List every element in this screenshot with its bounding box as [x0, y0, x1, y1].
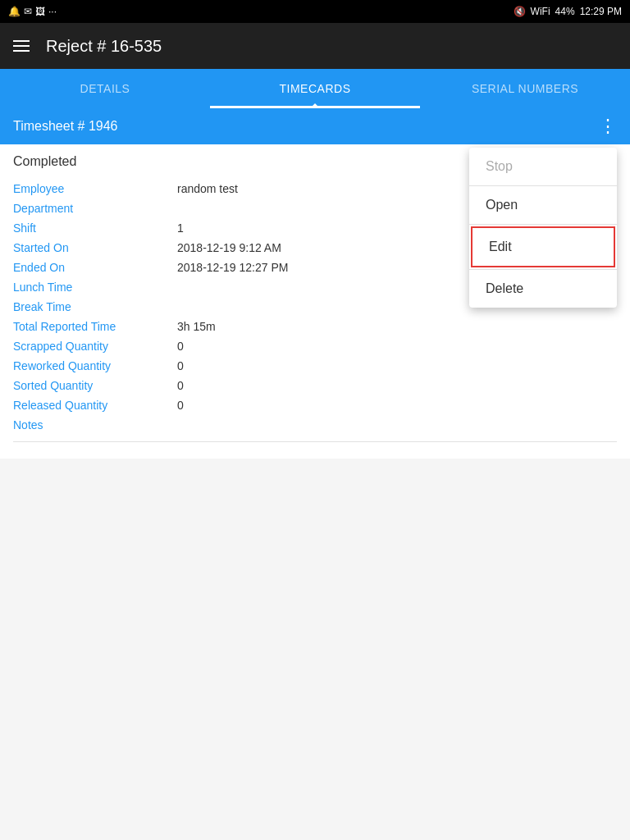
field-label-notes: Notes	[13, 418, 177, 431]
app-bar: Reject # 16-535	[0, 23, 630, 69]
field-label-department: Department	[13, 202, 177, 215]
image-icon: 🖼	[35, 6, 45, 17]
notification-icon: 🔔	[8, 6, 21, 17]
field-label-total-reported: Total Reported Time	[13, 320, 177, 333]
menu-divider-2	[469, 224, 617, 225]
status-bar-left: 🔔 ✉ 🖼 ···	[8, 6, 57, 17]
field-value-ended-on: 2018-12-19 12:27 PM	[177, 261, 288, 274]
status-bar: 🔔 ✉ 🖼 ··· 🔇 WiFi 44% 12:29 PM	[0, 0, 630, 23]
field-row-notes: Notes	[13, 415, 617, 435]
more-vert-icon[interactable]: ⋮	[599, 116, 617, 137]
status-bar-right: 🔇 WiFi 44% 12:29 PM	[514, 6, 622, 17]
field-value-shift: 1	[177, 221, 184, 235]
hamburger-icon[interactable]	[13, 40, 30, 52]
tab-timecards[interactable]: Timecards	[210, 69, 420, 108]
field-row-scrapped-qty: Scrapped Quantity 0	[13, 336, 617, 356]
more-dots: ···	[48, 6, 57, 17]
app-bar-title: Reject # 16-535	[46, 37, 162, 56]
timesheet-title: Timesheet # 1946	[13, 119, 117, 134]
wifi-icon: WiFi	[531, 6, 550, 17]
field-label-reworked-qty: Reworked Quantity	[13, 359, 177, 372]
field-row-sorted-qty: Sorted Quantity 0	[13, 376, 617, 395]
field-label-sorted-qty: Sorted Quantity	[13, 379, 177, 392]
menu-item-edit[interactable]: Edit	[471, 226, 615, 267]
menu-item-delete[interactable]: Delete	[469, 270, 617, 308]
field-value-employee: random test	[177, 182, 238, 195]
field-label-lunch-time: Lunch Time	[13, 281, 177, 294]
field-value-released-qty: 0	[177, 399, 184, 412]
tab-bar: Details Timecards Serial Numbers	[0, 69, 630, 108]
field-label-shift: Shift	[13, 221, 177, 235]
field-label-ended-on: Ended On	[13, 261, 177, 274]
field-label-scrapped-qty: Scrapped Quantity	[13, 340, 177, 353]
menu-item-stop[interactable]: Stop	[469, 148, 617, 185]
mute-icon: 🔇	[514, 6, 526, 17]
field-row-total-reported: Total Reported Time 3h 15m	[13, 317, 617, 336]
field-label-employee: Employee	[13, 182, 177, 195]
menu-item-open[interactable]: Open	[469, 186, 617, 224]
timesheet-header: Timesheet # 1946 ⋮	[0, 108, 630, 144]
field-label-started-on: Started On	[13, 241, 177, 254]
message-icon: ✉	[24, 6, 32, 17]
dropdown-menu: Stop Open Edit Delete	[469, 148, 617, 308]
clock: 12:29 PM	[580, 6, 622, 17]
field-value-reworked-qty: 0	[177, 359, 184, 372]
field-value-started-on: 2018-12-19 9:12 AM	[177, 241, 281, 254]
tab-serial-numbers[interactable]: Serial Numbers	[420, 69, 630, 108]
field-label-break-time: Break Time	[13, 300, 177, 313]
field-row-released-qty: Released Quantity 0	[13, 395, 617, 415]
field-row-reworked-qty: Reworked Quantity 0	[13, 356, 617, 376]
field-value-scrapped-qty: 0	[177, 340, 184, 353]
tab-details[interactable]: Details	[0, 69, 210, 108]
battery-level: 44%	[555, 6, 575, 17]
field-value-total-reported: 3h 15m	[177, 320, 216, 333]
divider	[13, 441, 617, 442]
field-label-released-qty: Released Quantity	[13, 399, 177, 412]
field-value-sorted-qty: 0	[177, 379, 184, 392]
